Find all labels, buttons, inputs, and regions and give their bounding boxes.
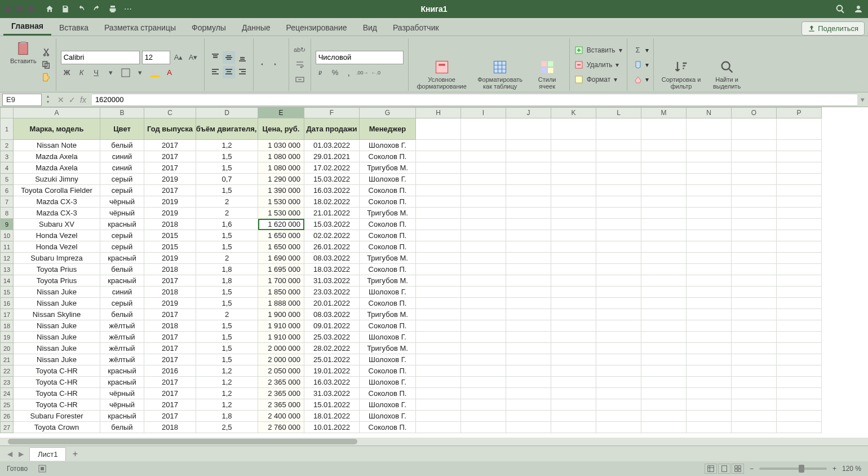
data-cell[interactable]: 1,8 xyxy=(196,275,258,287)
data-cell[interactable] xyxy=(461,332,506,343)
data-cell[interactable] xyxy=(596,118,641,140)
data-cell[interactable]: Toyota C-HR xyxy=(14,377,100,388)
data-cell[interactable]: 2018 xyxy=(144,219,196,230)
data-cell[interactable] xyxy=(641,287,687,298)
data-cell[interactable]: 10.01.2022 xyxy=(304,422,360,433)
data-cell[interactable]: 1 850 000 xyxy=(258,287,304,298)
data-cell[interactable] xyxy=(461,309,506,320)
data-cell[interactable] xyxy=(732,185,777,196)
data-cell[interactable] xyxy=(596,241,641,253)
data-cell[interactable]: жёлтый xyxy=(100,354,144,365)
data-cell[interactable] xyxy=(551,377,596,388)
data-cell[interactable]: Шолохов Г. xyxy=(360,411,416,422)
normal-view-icon[interactable] xyxy=(705,464,717,474)
data-cell[interactable]: 1,5 xyxy=(196,287,258,298)
data-cell[interactable] xyxy=(596,399,641,411)
data-cell[interactable] xyxy=(506,298,551,309)
data-cell[interactable] xyxy=(416,422,461,433)
data-cell[interactable] xyxy=(777,241,822,253)
data-cell[interactable] xyxy=(551,264,596,275)
data-cell[interactable] xyxy=(687,230,732,241)
data-cell[interactable] xyxy=(777,219,822,230)
data-cell[interactable]: Nissan Juke xyxy=(14,320,100,332)
data-cell[interactable]: Nissan Juke xyxy=(14,332,100,343)
data-cell[interactable]: 2018 xyxy=(144,422,196,433)
select-all-corner[interactable] xyxy=(0,107,14,118)
data-cell[interactable]: 1 695 000 xyxy=(258,264,304,275)
data-cell[interactable]: 1,5 xyxy=(196,320,258,332)
data-cell[interactable] xyxy=(732,219,777,230)
data-cell[interactable]: 25.03.2022 xyxy=(304,332,360,343)
data-cell[interactable]: Toyota Prius xyxy=(14,264,100,275)
column-header[interactable]: K xyxy=(551,107,596,118)
column-header[interactable]: L xyxy=(596,107,641,118)
data-cell[interactable] xyxy=(506,354,551,365)
more-icon[interactable]: ⋯ xyxy=(124,5,132,14)
data-cell[interactable] xyxy=(596,343,641,354)
data-cell[interactable] xyxy=(687,411,732,422)
data-cell[interactable] xyxy=(687,377,732,388)
row-header[interactable]: 17 xyxy=(0,309,14,320)
data-cell[interactable]: Subaru Impreza xyxy=(14,253,100,264)
data-cell[interactable] xyxy=(641,253,687,264)
data-cell[interactable] xyxy=(551,320,596,332)
data-cell[interactable] xyxy=(551,241,596,253)
data-cell[interactable] xyxy=(506,275,551,287)
data-cell[interactable] xyxy=(551,219,596,230)
data-cell[interactable] xyxy=(506,264,551,275)
data-cell[interactable] xyxy=(732,151,777,162)
data-cell[interactable]: 1 700 000 xyxy=(258,275,304,287)
data-cell[interactable]: 1,6 xyxy=(196,219,258,230)
data-cell[interactable]: 1,5 xyxy=(196,151,258,162)
data-cell[interactable]: 1,2 xyxy=(196,388,258,399)
row-header[interactable]: 13 xyxy=(0,264,14,275)
data-cell[interactable]: чёрный xyxy=(100,208,144,219)
increase-font-icon[interactable]: A▴ xyxy=(172,51,185,64)
data-cell[interactable]: Соколов П. xyxy=(360,365,416,377)
data-cell[interactable] xyxy=(551,287,596,298)
data-cell[interactable]: Соколов П. xyxy=(360,298,416,309)
data-cell[interactable] xyxy=(461,140,506,151)
data-cell[interactable] xyxy=(687,162,732,174)
data-cell[interactable]: 1,8 xyxy=(196,264,258,275)
data-cell[interactable]: 0,7 xyxy=(196,174,258,185)
align-middle-icon[interactable] xyxy=(223,51,235,64)
data-cell[interactable] xyxy=(416,196,461,208)
header-cell[interactable]: Менеджер xyxy=(360,118,416,140)
row-header[interactable]: 8 xyxy=(0,208,14,219)
row-header[interactable]: 10 xyxy=(0,230,14,241)
data-cell[interactable]: 29.01.2021 xyxy=(304,151,360,162)
data-cell[interactable] xyxy=(551,185,596,196)
data-cell[interactable]: 2015 xyxy=(144,241,196,253)
data-cell[interactable] xyxy=(641,377,687,388)
conditional-format-button[interactable]: Условное форматирование xyxy=(413,39,471,90)
column-header[interactable]: I xyxy=(461,107,506,118)
data-cell[interactable]: 2017 xyxy=(144,140,196,151)
data-cell[interactable] xyxy=(461,320,506,332)
data-cell[interactable] xyxy=(687,151,732,162)
data-cell[interactable]: 17.02.2022 xyxy=(304,162,360,174)
cells-area[interactable]: Марка, модельЦветГод выпускаОбъём двигат… xyxy=(14,118,822,433)
data-cell[interactable] xyxy=(416,309,461,320)
data-cell[interactable] xyxy=(777,118,822,140)
data-cell[interactable] xyxy=(416,377,461,388)
data-cell[interactable] xyxy=(461,185,506,196)
row-header[interactable]: 27 xyxy=(0,422,14,433)
data-cell[interactable] xyxy=(687,118,732,140)
data-cell[interactable]: 1 530 000 xyxy=(258,196,304,208)
data-cell[interactable] xyxy=(596,264,641,275)
delete-cells-button[interactable]: Удалить▾ xyxy=(574,59,622,71)
data-cell[interactable] xyxy=(416,140,461,151)
data-cell[interactable]: Toyota Prius xyxy=(14,275,100,287)
data-cell[interactable]: 08.03.2022 xyxy=(304,253,360,264)
data-cell[interactable] xyxy=(461,208,506,219)
data-cell[interactable]: 2017 xyxy=(144,151,196,162)
row-header[interactable]: 18 xyxy=(0,320,14,332)
data-cell[interactable]: 1 080 000 xyxy=(258,151,304,162)
data-cell[interactable] xyxy=(777,287,822,298)
data-cell[interactable]: серый xyxy=(100,241,144,253)
data-cell[interactable] xyxy=(551,230,596,241)
add-sheet-button[interactable]: + xyxy=(69,448,81,460)
column-header[interactable]: J xyxy=(506,107,551,118)
data-cell[interactable]: серый xyxy=(100,185,144,196)
